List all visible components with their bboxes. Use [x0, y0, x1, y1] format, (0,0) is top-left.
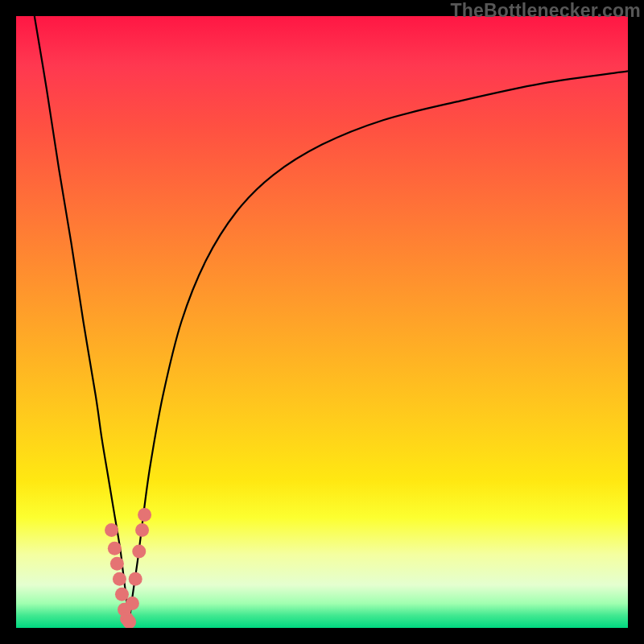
marker-dot	[105, 523, 118, 537]
curve-right-branch	[130, 71, 628, 621]
marker-dot	[132, 545, 146, 559]
watermark-text: TheBottlenecker.com	[451, 0, 641, 22]
marker-dot	[126, 597, 139, 610]
marker-dot	[113, 572, 126, 586]
plot-area	[16, 16, 628, 628]
marker-dot	[115, 588, 129, 601]
marker-dot	[110, 557, 124, 571]
marker-dot	[108, 542, 122, 555]
marker-cluster	[105, 508, 151, 628]
marker-dot	[135, 523, 149, 537]
chart-frame: TheBottlenecker.com	[0, 0, 644, 644]
marker-dot	[138, 508, 151, 522]
chart-svg	[16, 16, 628, 628]
marker-dot	[129, 572, 142, 586]
